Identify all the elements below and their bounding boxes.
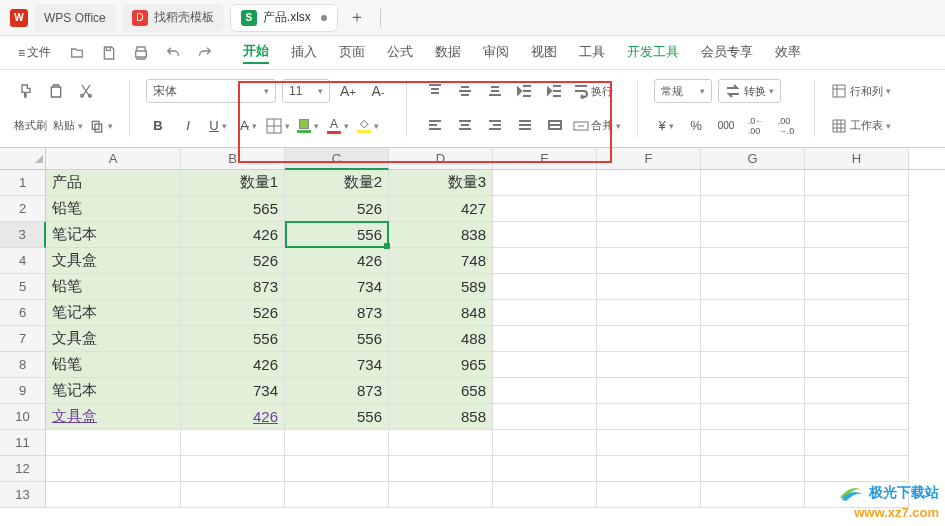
tab-formula[interactable]: 公式: [387, 43, 413, 63]
cell[interactable]: [493, 300, 597, 326]
cell[interactable]: [805, 222, 909, 248]
cell[interactable]: [701, 248, 805, 274]
merge-cells-button[interactable]: 合并▾: [573, 114, 621, 138]
cell[interactable]: [46, 456, 181, 482]
tab-review[interactable]: 审阅: [483, 43, 509, 63]
cell[interactable]: [493, 196, 597, 222]
cell[interactable]: [805, 430, 909, 456]
cell[interactable]: 数量1: [181, 170, 285, 196]
cell[interactable]: 526: [181, 300, 285, 326]
tab-page[interactable]: 页面: [339, 43, 365, 63]
align-distribute-button[interactable]: [543, 114, 567, 138]
tab-dev[interactable]: 开发工具: [627, 43, 679, 63]
paste-label[interactable]: 粘贴▾: [53, 118, 83, 133]
font-color-button[interactable]: A▾: [326, 114, 350, 138]
font-size-select[interactable]: 11▾: [282, 79, 330, 103]
increase-font-button[interactable]: A+: [336, 79, 360, 103]
currency-button[interactable]: ¥▾: [654, 114, 678, 138]
cell[interactable]: [597, 352, 701, 378]
cell[interactable]: 笔记本: [46, 300, 181, 326]
cell[interactable]: [597, 482, 701, 508]
cell[interactable]: [805, 274, 909, 300]
row-header[interactable]: 9: [0, 378, 46, 404]
tab-data[interactable]: 数据: [435, 43, 461, 63]
cell[interactable]: 734: [181, 378, 285, 404]
align-left-button[interactable]: [423, 114, 447, 138]
row-header[interactable]: 12: [0, 456, 46, 482]
cell[interactable]: [597, 196, 701, 222]
cell[interactable]: 873: [181, 274, 285, 300]
align-justify-button[interactable]: [513, 114, 537, 138]
cell[interactable]: [597, 170, 701, 196]
row-header[interactable]: 11: [0, 430, 46, 456]
decrease-font-button[interactable]: A-: [366, 79, 390, 103]
cell[interactable]: [597, 456, 701, 482]
cell[interactable]: [493, 248, 597, 274]
cell[interactable]: [493, 274, 597, 300]
cell[interactable]: [597, 222, 701, 248]
row-header[interactable]: 4: [0, 248, 46, 274]
cell[interactable]: [701, 300, 805, 326]
highlight-button[interactable]: ◇▾: [356, 114, 380, 138]
cell[interactable]: [493, 404, 597, 430]
tab-active-file[interactable]: S 产品.xlsx: [230, 4, 338, 32]
format-painter-label[interactable]: 格式刷: [14, 118, 47, 133]
cell[interactable]: [389, 456, 493, 482]
cell[interactable]: [701, 196, 805, 222]
cell[interactable]: [805, 326, 909, 352]
cell[interactable]: [389, 430, 493, 456]
cell[interactable]: [805, 170, 909, 196]
cell[interactable]: 笔记本: [46, 378, 181, 404]
cell[interactable]: [805, 352, 909, 378]
cell[interactable]: 848: [389, 300, 493, 326]
cell[interactable]: [285, 430, 389, 456]
cell[interactable]: [805, 196, 909, 222]
underline-button[interactable]: U▾: [206, 114, 230, 138]
add-tab-button[interactable]: ＋: [344, 7, 370, 28]
tab-tools[interactable]: 工具: [579, 43, 605, 63]
italic-button[interactable]: I: [176, 114, 200, 138]
cell[interactable]: 748: [389, 248, 493, 274]
cell[interactable]: [805, 248, 909, 274]
cell[interactable]: [701, 404, 805, 430]
cell[interactable]: 488: [389, 326, 493, 352]
cell[interactable]: 565: [181, 196, 285, 222]
cell[interactable]: 838: [389, 222, 493, 248]
cell[interactable]: 426: [181, 352, 285, 378]
cell[interactable]: 556: [285, 404, 389, 430]
col-header-f[interactable]: F: [597, 148, 701, 169]
worksheet-button[interactable]: 工作表▾: [831, 114, 891, 138]
cell[interactable]: [181, 456, 285, 482]
cell[interactable]: 658: [389, 378, 493, 404]
row-header[interactable]: 1: [0, 170, 46, 196]
col-header-b[interactable]: B: [181, 148, 285, 169]
cell[interactable]: [285, 482, 389, 508]
cell[interactable]: 858: [389, 404, 493, 430]
file-menu[interactable]: ≡ 文件: [12, 44, 57, 61]
fill-color-button[interactable]: ▾: [296, 114, 320, 138]
increase-decimal-button[interactable]: .0←.00: [744, 114, 768, 138]
cell[interactable]: [805, 404, 909, 430]
row-header[interactable]: 8: [0, 352, 46, 378]
cell[interactable]: 文具盒: [46, 248, 181, 274]
decrease-decimal-button[interactable]: .00→.0: [774, 114, 798, 138]
cell[interactable]: 数量3: [389, 170, 493, 196]
cell[interactable]: [389, 482, 493, 508]
align-right-button[interactable]: [483, 114, 507, 138]
row-header[interactable]: 2: [0, 196, 46, 222]
tab-start[interactable]: 开始: [243, 42, 269, 64]
col-header-c[interactable]: C: [285, 148, 389, 170]
cell[interactable]: [701, 456, 805, 482]
cell[interactable]: 产品: [46, 170, 181, 196]
active-cell[interactable]: 556: [285, 222, 389, 248]
cell[interactable]: [701, 170, 805, 196]
row-header[interactable]: 5: [0, 274, 46, 300]
cell[interactable]: 589: [389, 274, 493, 300]
tab-vip[interactable]: 会员专享: [701, 43, 753, 63]
cell[interactable]: [493, 222, 597, 248]
tab-efficiency[interactable]: 效率: [775, 43, 801, 63]
cell[interactable]: 873: [285, 378, 389, 404]
cell[interactable]: [46, 482, 181, 508]
cell[interactable]: 556: [181, 326, 285, 352]
cell[interactable]: 笔记本: [46, 222, 181, 248]
